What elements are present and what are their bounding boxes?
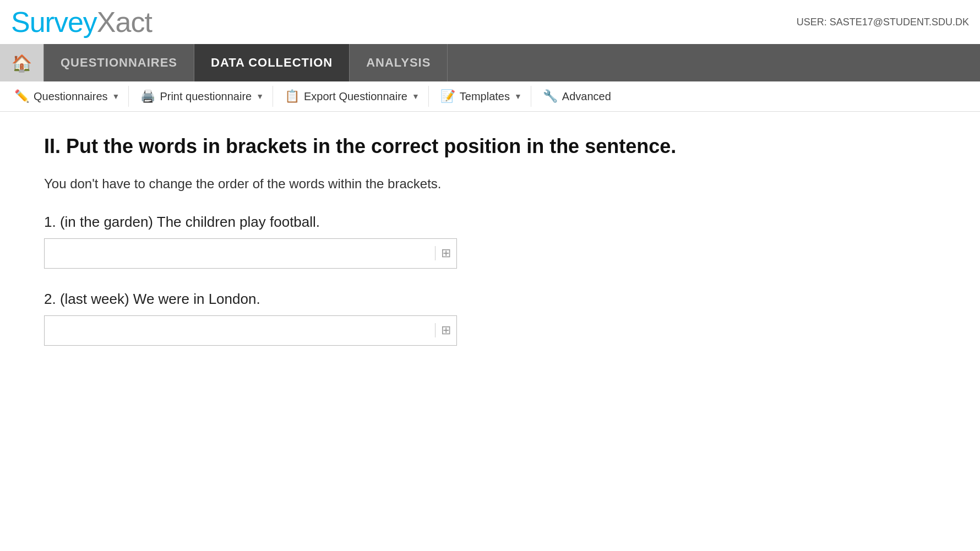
question-item-1: 1. (in the garden) The children play foo…	[44, 214, 936, 269]
export-chevron: ▼	[412, 92, 420, 101]
question-label-2: 2. (last week) We were in London.	[44, 291, 936, 308]
question-label-1: 1. (in the garden) The children play foo…	[44, 214, 936, 231]
toolbar: ✏️ Questionnaires ▼ 🖨️ Print questionnai…	[0, 81, 980, 112]
question-instruction: You don't have to change the order of th…	[44, 176, 936, 192]
nav-analysis[interactable]: ANALYSIS	[350, 44, 448, 81]
toolbar-questionnaires[interactable]: ✏️ Questionnaires ▼	[6, 86, 129, 107]
field-icon-2: ⊞	[435, 323, 451, 337]
questionnaires-icon: ✏️	[14, 89, 29, 103]
logo-xact: Xact	[97, 6, 152, 38]
export-icon: 📋	[285, 89, 300, 103]
logo: SurveyXact	[11, 6, 152, 39]
answer-input-2[interactable]	[50, 325, 432, 336]
main-content: II. Put the words in brackets in the cor…	[0, 112, 980, 390]
toolbar-export[interactable]: 📋 Export Questionnaire ▼	[276, 86, 429, 107]
toolbar-templates[interactable]: 📝 Templates ▼	[432, 86, 531, 107]
field-icon-1: ⊞	[435, 246, 451, 260]
answer-field-2[interactable]: ⊞	[44, 315, 457, 346]
advanced-icon: 🔧	[543, 89, 558, 103]
print-icon: 🖨️	[140, 89, 155, 103]
nav-bar: 🏠 QUESTIONNAIRES DATA COLLECTION ANALYSI…	[0, 44, 980, 81]
logo-survey: Survey	[11, 6, 97, 38]
answer-input-1[interactable]	[50, 248, 432, 259]
nav-data-collection[interactable]: DATA COLLECTION	[194, 44, 350, 81]
questionnaires-chevron: ▼	[112, 92, 120, 101]
print-chevron: ▼	[256, 92, 264, 101]
templates-chevron: ▼	[514, 92, 522, 101]
nav-home[interactable]: 🏠	[0, 44, 44, 81]
question-item-2: 2. (last week) We were in London. ⊞	[44, 291, 936, 346]
toolbar-advanced[interactable]: 🔧 Advanced	[534, 86, 620, 107]
top-header: SurveyXact USER: SASTE17@STUDENT.SDU.DK	[0, 0, 980, 44]
toolbar-print[interactable]: 🖨️ Print questionnaire ▼	[132, 86, 273, 107]
user-info: USER: SASTE17@STUDENT.SDU.DK	[797, 17, 969, 28]
nav-questionnaires[interactable]: QUESTIONNAIRES	[44, 44, 194, 81]
answer-field-1[interactable]: ⊞	[44, 238, 457, 269]
home-icon: 🏠	[12, 53, 32, 73]
question-heading: II. Put the words in brackets in the cor…	[44, 134, 936, 160]
templates-icon: 📝	[440, 89, 455, 103]
